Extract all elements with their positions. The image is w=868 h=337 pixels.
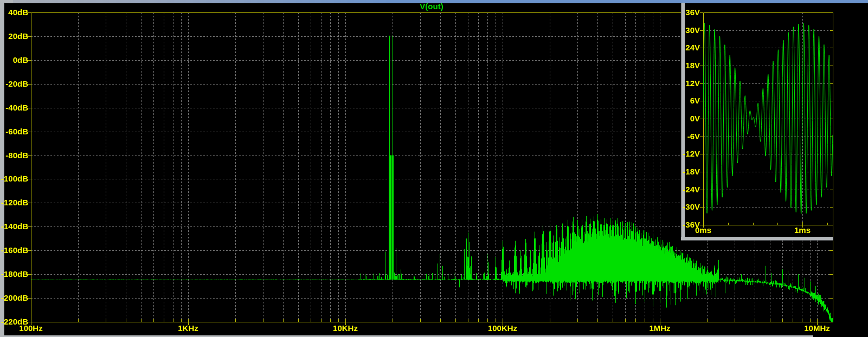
inset-y-tick-label: -12V bbox=[667, 150, 700, 158]
main-y-tick-label: -160dB bbox=[0, 246, 28, 255]
inset-y-tick-label: 36V bbox=[667, 8, 700, 17]
ltspice-plot-window: V(out) 40dB20dB0dB-20dB-40dB-60dB-80dB-1… bbox=[0, 0, 868, 337]
trace-label-vout[interactable]: V(out) bbox=[399, 2, 464, 11]
main-x-tick-label: 10KHz bbox=[318, 324, 372, 333]
main-x-tick-label: 100KHz bbox=[475, 324, 530, 333]
main-y-tick-label: -200dB bbox=[0, 294, 28, 302]
main-y-tick-label: -40dB bbox=[0, 103, 28, 112]
main-y-tick-label: -20dB bbox=[0, 80, 28, 88]
main-y-tick-label: 40dB bbox=[0, 8, 28, 17]
main-y-tick-label: -120dB bbox=[0, 198, 28, 207]
inset-x-tick-label: 0ms bbox=[681, 226, 725, 235]
main-y-tick-label: -80dB bbox=[0, 151, 28, 160]
main-x-tick-label: 1MHz bbox=[633, 324, 687, 333]
main-x-tick-label: 1KHz bbox=[161, 324, 215, 333]
inset-pane-bottom-border bbox=[681, 237, 833, 241]
inset-y-tick-label: -24V bbox=[667, 185, 700, 194]
main-y-tick-label: -100dB bbox=[0, 174, 28, 183]
inset-y-tick-label: 6V bbox=[667, 96, 700, 105]
inset-y-tick-label: 24V bbox=[667, 43, 700, 52]
main-x-tick-label: 10MHz bbox=[790, 324, 844, 333]
inset-y-tick-label: -6V bbox=[667, 132, 700, 141]
inset-x-tick-label: 1ms bbox=[781, 226, 824, 235]
main-y-tick-label: 0dB bbox=[0, 56, 28, 64]
inset-y-tick-label: 30V bbox=[667, 26, 700, 35]
main-x-tick-label: 100Hz bbox=[4, 324, 58, 333]
inset-y-tick-label: 18V bbox=[667, 61, 700, 70]
inset-y-tick-label: -18V bbox=[667, 167, 700, 176]
main-y-tick-label: 20dB bbox=[0, 32, 28, 41]
plot-canvas[interactable] bbox=[0, 0, 868, 337]
window-left-frame bbox=[0, 2, 4, 335]
main-y-tick-label: -60dB bbox=[0, 127, 28, 136]
main-y-tick-label: -180dB bbox=[0, 270, 28, 278]
inset-y-tick-label: -30V bbox=[667, 203, 700, 211]
inset-y-tick-label: 0V bbox=[667, 114, 700, 123]
main-y-tick-label: -140dB bbox=[0, 222, 28, 231]
inset-y-tick-label: 12V bbox=[667, 79, 700, 88]
